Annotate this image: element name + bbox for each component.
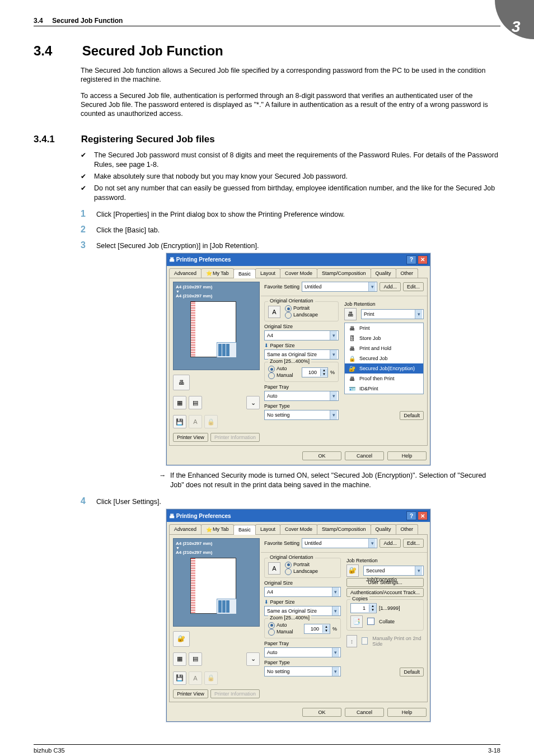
layout-icon[interactable]: ▦ — [173, 396, 186, 409]
tab-stamp-composition[interactable]: Stamp/Composition — [317, 268, 371, 278]
portrait-radio[interactable] — [285, 562, 292, 568]
bullet-item: The Secured Job password must consist of… — [81, 151, 500, 170]
favorite-setting-combo[interactable]: Untitled — [302, 538, 377, 548]
printer-information-button[interactable]: Printer Information — [210, 689, 260, 698]
default-button[interactable]: Default — [400, 668, 424, 676]
tab-other[interactable]: Other — [396, 268, 419, 278]
original-size-combo[interactable]: A4 — [264, 330, 339, 340]
add-button[interactable]: Add... — [380, 282, 401, 291]
portrait-label: Portrait — [293, 306, 310, 311]
zoom-auto-radio[interactable] — [268, 622, 275, 629]
tab-basic[interactable]: Basic — [233, 525, 256, 535]
jr-option-secured-job[interactable]: 🔒Secured Job — [345, 353, 423, 363]
cancel-button[interactable]: Cancel — [345, 451, 384, 460]
printer-view-button[interactable]: Printer View — [173, 689, 208, 698]
save-icon[interactable]: 💾 — [173, 671, 186, 685]
collate-checkbox[interactable] — [367, 618, 374, 625]
zoom-unit: % — [332, 626, 337, 632]
tab-quality[interactable]: Quality — [371, 524, 396, 534]
step-2: Click the [Basic] tab. — [81, 226, 500, 234]
stamp-icon[interactable]: A — [189, 671, 202, 685]
zoom-value-spinner[interactable]: 100▲▼ — [304, 624, 330, 634]
tab-basic[interactable]: Basic — [233, 269, 256, 279]
favorite-setting-label: Favorite Setting — [264, 540, 299, 546]
paper-type-combo[interactable]: No setting — [264, 666, 341, 676]
printer-view-button[interactable]: Printer View — [173, 433, 208, 442]
tab-layout[interactable]: Layout — [255, 268, 280, 278]
cancel-button[interactable]: Cancel — [345, 708, 384, 717]
dialog-right-column: Favorite Setting Untitled Add... Edit...… — [264, 538, 424, 698]
orientation-title: Original Orientation — [268, 554, 315, 560]
lock-encrypt-icon: 🔐 — [347, 365, 357, 372]
help-icon[interactable]: ? — [406, 255, 416, 264]
tab-advanced[interactable]: Advanced — [169, 524, 202, 534]
preview-dim-2: A4 (210x297 mm) — [176, 550, 257, 555]
add-button[interactable]: Add... — [380, 539, 401, 548]
tab-layout[interactable]: Layout — [255, 524, 280, 534]
paper-tray-combo[interactable]: Auto — [264, 647, 341, 657]
layout-icon[interactable]: ▦ — [173, 652, 186, 666]
ok-button[interactable]: OK — [302, 451, 341, 460]
tab-advanced[interactable]: Advanced — [169, 268, 202, 278]
edit-button[interactable]: Edit... — [403, 539, 424, 548]
tab-my-tab[interactable]: ⭐My Tab — [201, 268, 234, 278]
copies-range: [1...9999] — [379, 605, 400, 611]
job-retention-lock-icon: 🔐 — [346, 564, 359, 577]
printer-information-button[interactable]: Printer Information — [210, 433, 260, 442]
landscape-radio[interactable] — [285, 568, 292, 575]
help-icon[interactable]: ? — [406, 511, 416, 520]
paper-tray-combo[interactable]: Auto — [264, 391, 339, 401]
landscape-radio[interactable] — [285, 312, 292, 319]
edit-button[interactable]: Edit... — [403, 282, 424, 291]
close-icon[interactable]: ✕ — [418, 255, 428, 264]
star-icon: ⭐ — [206, 527, 212, 533]
dialog-titlebar[interactable]: 🖶 Printing Preferences ? ✕ — [167, 510, 430, 522]
close-icon[interactable]: ✕ — [418, 511, 428, 520]
default-button[interactable]: Default — [400, 411, 424, 420]
manual-2nd-side-checkbox[interactable] — [362, 637, 368, 645]
jr-option-print-and-hold[interactable]: 🖶Print and Hold — [345, 343, 423, 353]
down-icon[interactable]: ⌄ — [246, 396, 260, 409]
lock-icon[interactable]: 🔒 — [204, 671, 218, 685]
jr-option-proof-then-print[interactable]: 🖶Proof then Print — [345, 374, 423, 384]
running-header: 3.4 Secured Job Function 3 — [34, 17, 500, 26]
help-button[interactable]: Help — [387, 708, 427, 717]
jr-option-secured-job-encryption[interactable]: 🔐Secured Job(Encryption) — [345, 363, 423, 374]
ok-button[interactable]: OK — [302, 708, 341, 717]
job-retention-combo[interactable]: Print — [361, 309, 424, 319]
tab-my-tab[interactable]: ⭐My Tab — [201, 524, 234, 534]
tab-quality[interactable]: Quality — [371, 268, 396, 278]
step-1: Click [Properties] in the Print dialog b… — [81, 211, 500, 218]
tab-cover-mode[interactable]: Cover Mode — [280, 268, 317, 278]
zoom-auto-radio[interactable] — [268, 366, 275, 372]
help-button[interactable]: Help — [387, 451, 427, 460]
layout-icon[interactable]: ▤ — [189, 396, 202, 409]
jr-option-id-print[interactable]: 🪪ID&Print — [345, 384, 423, 394]
duplex-icon: ↕ — [346, 635, 357, 647]
dialog-title: Printing Preferences — [176, 256, 231, 263]
job-retention-dropdown-list[interactable]: 🖶Print 🗄Store Job 🖶Print and Hold 🔒Secur… — [344, 323, 424, 394]
tab-other[interactable]: Other — [396, 524, 419, 534]
dialog-titlebar[interactable]: 🖶 Printing Preferences ? ✕ — [167, 254, 430, 266]
step-4: Click [User Settings]. 🖶 Printing Prefer… — [81, 498, 500, 722]
layout-icon[interactable]: ▤ — [189, 652, 202, 666]
jr-option-store-job[interactable]: 🗄Store Job — [345, 333, 423, 343]
paper-type-label: Paper Type — [264, 403, 339, 409]
jr-option-print[interactable]: 🖶Print — [345, 323, 423, 333]
tab-stamp-composition[interactable]: Stamp/Composition — [317, 524, 371, 534]
paper-type-combo[interactable]: No setting — [264, 410, 339, 420]
portrait-radio[interactable] — [285, 305, 292, 312]
lock-icon[interactable]: 🔒 — [204, 415, 218, 428]
zoom-manual-radio[interactable] — [268, 372, 275, 379]
zoom-value-spinner[interactable]: 100▲▼ — [302, 367, 328, 377]
zoom-manual-radio[interactable] — [268, 629, 275, 636]
copies-spinner[interactable]: 1▲▼ — [350, 603, 377, 613]
orientation-title: Original Orientation — [268, 298, 315, 304]
save-icon[interactable]: 💾 — [173, 415, 186, 428]
tab-cover-mode[interactable]: Cover Mode — [280, 524, 317, 534]
stamp-icon[interactable]: A — [189, 415, 202, 428]
job-retention-combo[interactable]: Secured Job(Encryptio — [363, 566, 424, 576]
favorite-setting-combo[interactable]: Untitled — [302, 282, 377, 292]
original-size-combo[interactable]: A4 — [264, 587, 341, 597]
down-icon[interactable]: ⌄ — [246, 652, 260, 666]
